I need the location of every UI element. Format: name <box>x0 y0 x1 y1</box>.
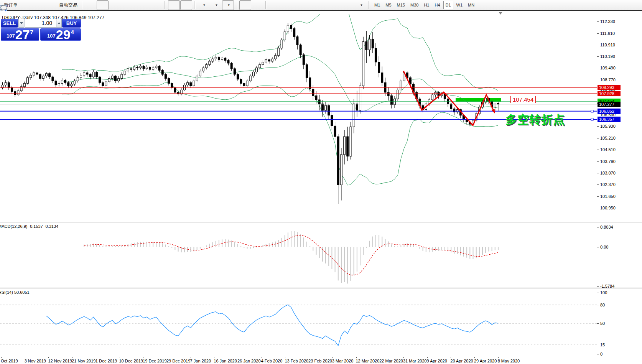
candle <box>108 76 110 83</box>
candle <box>23 82 25 88</box>
candle <box>149 66 151 72</box>
bar-chart-button[interactable] <box>84 0 96 10</box>
date-axis-tick <box>403 357 404 358</box>
signals-button[interactable] <box>44 0 56 10</box>
timeframe-button-w1[interactable]: W1 <box>454 1 465 9</box>
level-price-tag[interactable]: 107.928 <box>598 91 621 96</box>
candlestick-chart-button[interactable] <box>97 0 109 10</box>
date-axis-tick <box>48 357 49 358</box>
text-label-button[interactable]: T <box>342 0 354 10</box>
buy-price[interactable]: 107 29 4 <box>40 28 81 41</box>
arrows-button[interactable]: ▼ <box>355 0 367 10</box>
panel-splitter[interactable] <box>0 222 642 223</box>
price-axis-tick-label: 102.370 <box>600 182 616 187</box>
candle <box>337 134 339 204</box>
annotation-note-text[interactable]: 多空转折点 <box>505 112 565 128</box>
timeframe-button-d1[interactable]: D1 <box>443 1 453 9</box>
macd-scale-tick <box>597 227 599 227</box>
templates-button[interactable]: ▼ <box>222 0 234 10</box>
vertical-line-button[interactable] <box>269 0 281 10</box>
zoom-out-button[interactable] <box>138 0 150 10</box>
sell-button[interactable]: SELL <box>1 19 18 28</box>
candle <box>180 88 182 96</box>
metaeditor-button[interactable] <box>20 0 31 10</box>
chart-shift-button[interactable] <box>180 0 192 10</box>
auto-scroll-button[interactable] <box>168 0 180 10</box>
candle <box>64 79 66 85</box>
candle <box>246 79 248 87</box>
buy-price-handle: 107 <box>47 33 56 39</box>
current-price-tag[interactable]: 107.277 <box>598 102 621 107</box>
sell-price[interactable]: 107 27 7 <box>1 28 39 41</box>
timeframe-button-m15[interactable]: M15 <box>395 1 407 9</box>
buy-price-point: 4 <box>71 29 74 35</box>
candle <box>99 76 101 84</box>
price-axis-tick <box>597 161 599 162</box>
line-handle[interactable] <box>591 118 593 120</box>
candle <box>362 37 364 89</box>
tile-windows-button[interactable] <box>151 0 163 10</box>
candle <box>400 79 402 92</box>
indicators-button[interactable]: ▼ <box>198 0 209 10</box>
cursor-button[interactable] <box>239 0 251 10</box>
candle <box>259 63 261 69</box>
candle <box>318 95 320 110</box>
candle <box>86 71 88 77</box>
volume-decrease-button[interactable] <box>18 19 24 28</box>
candle <box>11 86 13 94</box>
candle <box>265 58 267 64</box>
level-price-tag[interactable]: 106.852 <box>598 109 621 114</box>
equidistant-channel-button[interactable]: E <box>306 0 318 10</box>
timeframe-button-m5[interactable]: M5 <box>383 1 393 9</box>
level-price-tag[interactable]: 108.293 <box>598 85 621 90</box>
timeframe-button-mn[interactable]: MN <box>466 1 477 9</box>
rsi-scale-tick <box>597 345 599 345</box>
community-button[interactable] <box>32 0 44 10</box>
line-chart-button[interactable] <box>109 0 121 10</box>
chart-shift-marker[interactable] <box>499 12 502 15</box>
candle <box>365 31 367 63</box>
zoom-in-button[interactable] <box>126 0 138 10</box>
text-button[interactable]: A <box>330 0 342 10</box>
trendline-button[interactable] <box>293 0 305 10</box>
volume-increase-button[interactable] <box>56 19 62 28</box>
panel-splitter[interactable] <box>0 288 642 289</box>
date-axis[interactable]: Oct 20193 Nov 201912 Nov 201921 Nov 2019… <box>0 357 597 364</box>
timeframe-button-m30[interactable]: M30 <box>408 1 421 9</box>
fibonacci-button[interactable]: F <box>318 0 330 10</box>
candle <box>334 122 336 140</box>
macd-panel[interactable] <box>0 223 597 288</box>
volume-input[interactable]: 1.00 <box>25 19 56 28</box>
highlight-rectangle[interactable] <box>456 98 501 102</box>
date-axis-label: 13 Feb 2020 <box>285 359 308 363</box>
timeframe-button-h4[interactable]: H4 <box>432 1 442 9</box>
candle <box>67 81 69 88</box>
autotrading-button[interactable]: 自动交易 <box>56 0 79 10</box>
candle <box>130 68 132 72</box>
date-axis-label: 7 Jan 2020 <box>190 359 211 363</box>
candle <box>359 82 361 114</box>
price-axis-tick-label: 110.190 <box>600 54 615 59</box>
timeframe-button-h1[interactable]: H1 <box>421 1 431 9</box>
timeframe-button-m1[interactable]: M1 <box>372 1 382 9</box>
line-handle[interactable] <box>591 110 593 112</box>
level-price-tag[interactable]: 106.357 <box>598 117 621 122</box>
candle <box>227 59 229 65</box>
date-axis-label: 29 Dec 2019 <box>166 359 190 363</box>
rsi-panel[interactable] <box>0 289 597 357</box>
dropdown-arrow-icon: ▼ <box>227 3 230 7</box>
crosshair-button[interactable] <box>252 0 263 10</box>
bollinger-middle-band <box>62 56 498 112</box>
candle <box>312 85 314 100</box>
candle <box>431 93 433 101</box>
price-axis[interactable]: 112.330111.610110.910110.190109.490108.7… <box>597 12 642 364</box>
sell-price-pips: 27 <box>15 29 30 40</box>
candle <box>328 104 330 120</box>
price-callout-label[interactable]: 107.454 <box>510 96 536 103</box>
dropdown-arrow-icon: ▼ <box>215 3 218 7</box>
candle <box>300 44 301 58</box>
buy-button[interactable]: BUY <box>62 19 81 28</box>
candle <box>372 32 374 53</box>
periods-button[interactable]: ▼ <box>210 0 222 10</box>
horizontal-line-button[interactable] <box>281 0 293 10</box>
